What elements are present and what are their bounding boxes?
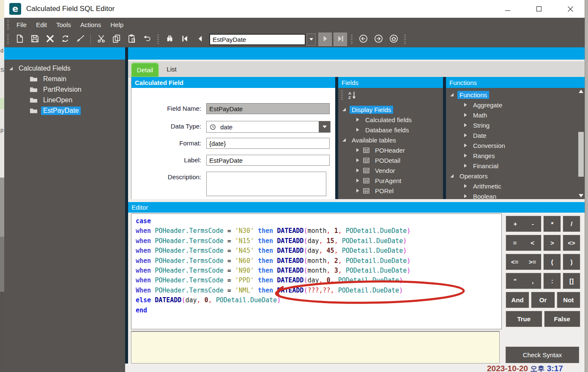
operator-button-[][interactable]: [] [563,273,580,289]
scrollbar-track[interactable] [578,95,584,192]
operator-button-And[interactable]: And [509,296,526,304]
functions-item-functions[interactable]: Functions [446,90,577,100]
operator-button-[interactable]: ) [568,258,575,265]
operator-button-[interactable]: ( [543,254,561,270]
caret-collapsed-icon[interactable] [355,128,360,132]
operator-button-Not[interactable]: Not [561,296,576,304]
format-input[interactable] [206,138,330,149]
operator-button-[interactable]: <= [509,258,521,265]
operator-button-False[interactable]: False [544,311,581,327]
functions-item-operators[interactable]: Operators [446,171,577,181]
menu-grip[interactable] [7,20,9,29]
operator-button-[interactable]: : [549,277,556,284]
maximize-button[interactable] [531,3,547,15]
functions-item-math[interactable]: Math [446,110,577,120]
record-combo-input[interactable] [209,34,306,45]
operator-button-[interactable]: * [548,220,556,227]
caret-collapsed-icon[interactable] [463,143,468,148]
caret-collapsed-icon[interactable] [355,189,360,193]
last-record-button[interactable] [334,33,347,46]
operator-button-[interactable]: ) [563,254,580,270]
caret-collapsed-icon[interactable] [463,194,468,198]
close-button[interactable] [562,3,579,15]
tab-list[interactable]: List [161,63,182,76]
data-type-dropdown-button[interactable] [319,121,330,132]
functions-item-boolean[interactable]: Boolean [446,191,577,199]
fields-item-porel[interactable]: PORel [338,186,443,196]
cut-button[interactable] [94,33,108,46]
operator-button-[interactable]: / [568,220,575,227]
refresh-button[interactable] [58,33,72,46]
operator-button->[interactable]: > [543,235,561,251]
operator-button-True[interactable]: True [514,315,533,323]
menu-item-edit[interactable]: Edit [31,21,52,28]
caret-expanded-icon[interactable] [342,107,346,112]
operator-button-/[interactable]: / [563,216,580,232]
caret-collapsed-icon[interactable] [463,103,468,107]
operator-button-:[interactable]: : [543,273,561,289]
label-input[interactable] [206,155,330,166]
operator-button-False[interactable]: False [552,315,573,323]
find-button[interactable] [163,33,176,46]
functions-item-aggregate[interactable]: Aggregate [446,100,577,110]
operator-button-[interactable]: > [548,239,557,246]
operator-button-And[interactable]: And [506,292,529,308]
save-button[interactable] [28,33,41,46]
sort-az-icon[interactable]: A Z [347,90,357,100]
tab-detail[interactable]: Detail [131,63,159,77]
caret-expanded-icon[interactable] [8,66,13,71]
vertical-splitter[interactable] [443,77,446,199]
caret-collapsed-icon[interactable] [463,153,468,158]
fields-item-display-fields[interactable]: Display Fields [338,104,443,115]
scroll-down-icon[interactable] [577,192,585,199]
caret-collapsed-icon[interactable] [355,148,360,152]
sidebar-item-partrevision[interactable]: PartRevision [4,84,125,95]
paste-button[interactable] [125,33,138,46]
caret-expanded-icon[interactable] [449,174,454,178]
clear-button[interactable] [74,33,87,46]
sidebar-item-estpaydate[interactable]: EstPayDate [4,105,125,116]
copy-button[interactable] [109,33,123,46]
sql-code-editor[interactable]: casewhen POHeader.TermsCode = 'N30' then… [131,213,502,329]
back-button[interactable] [356,33,370,46]
caret-collapsed-icon[interactable] [463,164,468,168]
previous-record-button[interactable] [193,33,207,46]
functions-item-ranges[interactable]: Ranges [446,150,577,161]
caret-collapsed-icon[interactable] [355,178,360,183]
next-record-button[interactable] [318,33,332,46]
record-combo-dropdown-button[interactable] [306,33,316,46]
caret-collapsed-icon[interactable] [355,158,360,162]
toolbar-grip[interactable] [351,35,353,44]
toolbar-grip[interactable] [341,90,343,100]
scrollbar-thumb[interactable] [578,132,584,177]
menu-item-help[interactable]: Help [106,21,128,28]
operator-button-[interactable]: , [529,277,536,284]
operator-button-[interactable]: = [510,239,519,246]
functions-item-arithmetic[interactable]: Arithmetic [446,181,577,191]
fields-item-poheader[interactable]: POHeader [338,145,443,155]
check-syntax-button[interactable]: Check Syntax [506,347,579,363]
fields-item-calculated-fields[interactable]: Calculated fields [338,115,443,125]
minimize-button[interactable] [499,3,516,15]
operator-button-*[interactable]: * [543,216,561,232]
fields-item-vendor[interactable]: Vendor [338,165,443,175]
fields-item-database-fields[interactable]: Database fields [338,125,443,135]
operator-button-<>[interactable]: <> [563,235,580,251]
operator-button-True[interactable]: True [506,311,542,327]
home-button[interactable] [387,33,400,46]
toolbar-grip[interactable] [404,35,406,44]
vertical-splitter[interactable] [125,47,128,364]
toolbar-grip[interactable] [157,35,159,44]
fields-item-podetail[interactable]: PODetail [338,155,443,165]
sidebar-item-remain[interactable]: Remain [4,74,125,84]
caret-collapsed-icon[interactable] [355,168,360,172]
description-input[interactable] [206,172,326,196]
functions-item-financial[interactable]: Financial [446,161,577,171]
operator-button-Not[interactable]: Not [557,292,580,308]
new-document-button[interactable] [13,33,26,46]
caret-collapsed-icon[interactable] [463,123,468,127]
delete-button[interactable] [43,33,57,46]
scroll-up-icon[interactable] [577,88,585,95]
forward-button[interactable] [372,33,385,46]
operator-button-[interactable]: [] [567,277,576,284]
